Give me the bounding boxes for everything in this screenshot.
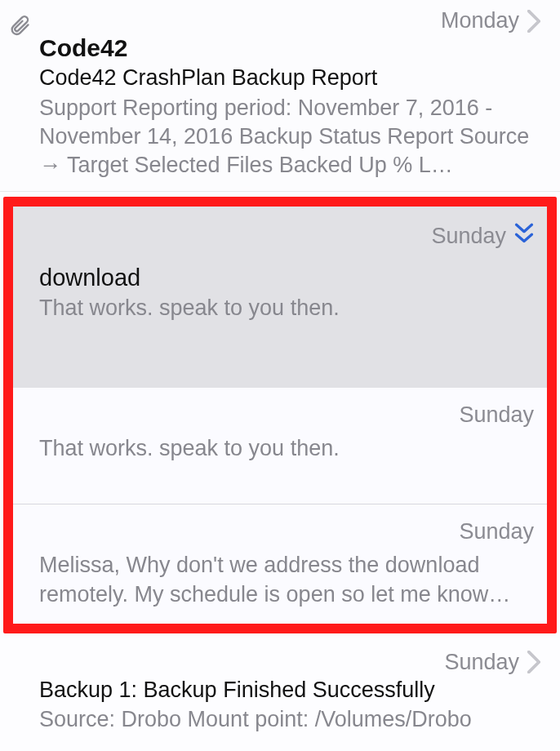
- message-date: Sunday: [444, 650, 519, 675]
- message-preview: Support Reporting period: November 7, 20…: [39, 92, 542, 180]
- date-row: Sunday: [39, 402, 536, 428]
- message-list: Monday Code42 Code42 CrashPlan Backup Re…: [0, 0, 560, 751]
- highlighted-thread: Sunday download That works. speak to you…: [3, 197, 557, 633]
- message-date: Sunday: [459, 402, 534, 428]
- message-subject: Code42 CrashPlan Backup Report: [39, 63, 542, 92]
- message-preview: That works. speak to you then.: [39, 428, 536, 463]
- message-subject: download: [39, 250, 536, 292]
- message-row[interactable]: Monday Code42 Code42 CrashPlan Backup Re…: [0, 0, 560, 192]
- message-date: Sunday: [459, 519, 534, 544]
- message-row[interactable]: Sunday Melissa, Why don't we address the…: [13, 504, 547, 623]
- message-row[interactable]: Sunday That works. speak to you then.: [13, 388, 547, 504]
- date-row: Sunday: [39, 519, 536, 544]
- date-row: Monday: [39, 8, 542, 33]
- message-sender: Code42: [39, 33, 542, 63]
- chevron-right-icon: [527, 651, 540, 673]
- paperclip-icon: [8, 13, 31, 41]
- message-subject: Backup 1: Backup Finished Successfully: [39, 675, 542, 704]
- message-date: Sunday: [431, 224, 506, 249]
- message-preview: Melissa, Why don't we address the downlo…: [39, 544, 536, 608]
- message-date: Monday: [441, 8, 519, 33]
- message-row[interactable]: Sunday download That works. speak to you…: [13, 207, 547, 388]
- date-row: Sunday: [39, 650, 542, 675]
- double-chevron-down-icon[interactable]: [514, 223, 534, 250]
- chevron-right-icon: [527, 10, 540, 33]
- message-row[interactable]: Sunday Backup 1: Backup Finished Success…: [0, 638, 560, 751]
- message-preview: That works. speak to you then.: [39, 292, 536, 322]
- date-row: Sunday: [39, 223, 536, 250]
- message-preview: Source: Drobo Mount point: /Volumes/Drob…: [39, 704, 542, 734]
